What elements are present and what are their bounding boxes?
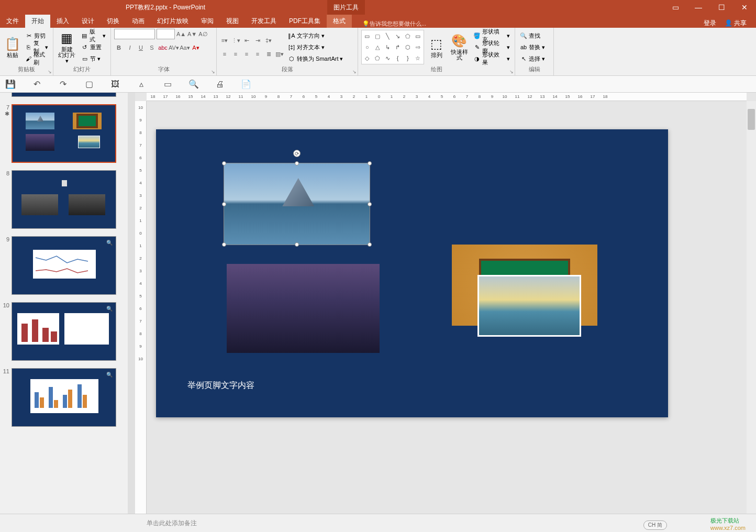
resize-handle[interactable] — [295, 161, 299, 165]
tab-review[interactable]: 审阅 — [195, 15, 220, 28]
line-spacing-button[interactable]: ‡▾ — [264, 35, 273, 46]
shape-icon[interactable]: ⬠ — [403, 31, 413, 41]
shape-icon[interactable]: ↳ — [383, 42, 392, 52]
editor-scrollbar[interactable] — [747, 101, 756, 514]
align-right-button[interactable]: ≡ — [242, 49, 251, 59]
resize-handle[interactable] — [222, 202, 226, 206]
shape-icon[interactable]: ⬡ — [403, 42, 413, 52]
format-painter-button[interactable]: 🖌格式刷 — [24, 53, 50, 64]
bold-button[interactable]: B — [114, 42, 124, 53]
qat-icon[interactable]: ▭ — [162, 79, 173, 90]
layout-button[interactable]: ▤版式 ▾ — [80, 30, 107, 41]
tab-developer[interactable]: 开发工具 — [245, 15, 283, 28]
save-icon[interactable]: 💾 — [5, 79, 16, 90]
strike-button[interactable]: S — [147, 42, 157, 53]
shape-icon[interactable]: ▭ — [413, 31, 423, 41]
decrease-font-icon[interactable]: A▼ — [187, 29, 197, 39]
slide-thumbnail[interactable]: ε=mc² — [12, 93, 116, 97]
image-city[interactable] — [227, 264, 380, 353]
slide-thumbnail[interactable]: 🔍 — [12, 236, 116, 295]
shape-icon[interactable]: ⬠ — [372, 53, 382, 63]
rotation-handle[interactable]: ⟳ — [293, 150, 301, 157]
tell-me-search[interactable]: 💡 告诉我您想要做什么... — [362, 20, 699, 28]
slide-canvas[interactable]: ⟳ 举例页脚文字内容 — [156, 129, 668, 417]
slide-thumbnail-active[interactable] — [12, 104, 116, 163]
thumbnail-scrollbar[interactable] — [128, 93, 135, 514]
share-button[interactable]: 👤 共享 — [720, 19, 751, 28]
close-icon[interactable]: ✕ — [733, 0, 756, 15]
shape-icon[interactable]: ◇ — [362, 53, 372, 63]
section-button[interactable]: ▭节 ▾ — [80, 53, 107, 64]
image-lake[interactable] — [477, 275, 581, 337]
maximize-icon[interactable]: ☐ — [710, 0, 733, 15]
tab-insert[interactable]: 插入 — [50, 15, 75, 28]
tab-view[interactable]: 视图 — [220, 15, 245, 28]
qat-icon[interactable]: 🖼 — [110, 79, 120, 90]
reset-button[interactable]: ↺重置 — [80, 42, 107, 52]
shape-icon[interactable]: ⇨ — [413, 42, 423, 52]
font-dialog-launcher[interactable]: ↘ — [211, 69, 215, 74]
slide-thumbnail[interactable]: 🔍 — [12, 368, 116, 427]
shadow-button[interactable]: abc — [158, 42, 168, 53]
shape-icon[interactable]: ↱ — [393, 42, 402, 52]
align-center-button[interactable]: ≡ — [231, 49, 240, 59]
shape-icon[interactable]: ☆ — [413, 53, 423, 63]
smartart-button[interactable]: ⬡转换为 SmartArt ▾ — [286, 53, 344, 64]
arrange-button[interactable]: ⬚ 排列 — [426, 29, 447, 65]
ribbon-display-icon[interactable]: ▭ — [664, 0, 687, 15]
tab-format[interactable]: 格式 — [327, 15, 352, 28]
resize-handle[interactable] — [222, 242, 226, 247]
justify-button[interactable]: ≡ — [253, 49, 262, 59]
slide-thumbnail-panel[interactable]: ε=mc² 7✱ 8 — [0, 93, 135, 514]
bullets-button[interactable]: ≡▾ — [220, 35, 229, 46]
tab-design[interactable]: 设计 — [75, 15, 101, 28]
shape-icon[interactable]: ↘ — [393, 31, 402, 41]
qat-icon[interactable]: ▢ — [84, 79, 94, 90]
shape-icon[interactable]: { — [393, 53, 402, 63]
columns-button[interactable]: ▥▾ — [275, 49, 284, 59]
qat-icon[interactable]: 📄 — [241, 79, 251, 90]
paragraph-dialog-launcher[interactable]: ↘ — [352, 69, 357, 74]
shape-icon[interactable]: △ — [372, 42, 382, 52]
change-case-button[interactable]: Aa▾ — [180, 42, 190, 53]
numbering-button[interactable]: ⋮▾ — [231, 35, 240, 46]
text-direction-button[interactable]: ‖A文字方向 ▾ — [286, 30, 344, 41]
shape-icon[interactable]: ○ — [362, 42, 372, 52]
tab-file[interactable]: 文件 — [0, 15, 25, 28]
replace-button[interactable]: ab替换 ▾ — [518, 42, 547, 52]
shape-icon[interactable]: } — [403, 53, 413, 63]
select-button[interactable]: ↖选择 ▾ — [518, 53, 547, 64]
paste-button[interactable]: 📋 粘贴 — [3, 29, 21, 65]
tab-pdf[interactable]: PDF工具集 — [283, 15, 327, 28]
shape-gallery[interactable]: ▭▢╲↘⬠▭ ○△↳↱⬡⇨ ◇⬠∿{}☆ — [361, 30, 424, 64]
undo-icon[interactable]: ↶ — [31, 79, 42, 90]
drawing-dialog-launcher[interactable]: ↘ — [509, 69, 514, 74]
char-spacing-button[interactable]: AV▾ — [169, 42, 179, 53]
tab-animations[interactable]: 动画 — [126, 15, 151, 28]
font-name-input[interactable] — [114, 29, 155, 39]
shape-effects-button[interactable]: ◑形状效果 ▾ — [472, 53, 512, 64]
slide-thumbnail[interactable]: 🔍 — [12, 302, 116, 361]
find-button[interactable]: 🔍查找 — [518, 30, 547, 41]
clipboard-dialog-launcher[interactable]: ↘ — [48, 69, 52, 74]
italic-button[interactable]: I — [125, 42, 135, 53]
new-slide-button[interactable]: ▦ 新建幻灯片 ▾ — [57, 29, 77, 65]
resize-handle[interactable] — [295, 242, 299, 247]
minimize-icon[interactable]: — — [687, 0, 710, 15]
ime-indicator[interactable]: CH 简 — [643, 520, 667, 530]
quick-styles-button[interactable]: 🎨 快速样式 — [449, 29, 470, 65]
notes-placeholder[interactable]: 单击此处添加备注 — [147, 519, 197, 528]
shape-icon[interactable]: ∿ — [383, 53, 392, 63]
increase-indent-button[interactable]: ⇥ — [253, 35, 262, 46]
align-text-button[interactable]: [‡]对齐文本 ▾ — [286, 42, 344, 52]
qat-icon[interactable]: ▵ — [136, 79, 147, 90]
resize-handle[interactable] — [368, 161, 372, 165]
tab-transitions[interactable]: 切换 — [101, 15, 126, 28]
distribute-button[interactable]: ≣ — [264, 49, 273, 59]
underline-button[interactable]: U — [136, 42, 146, 53]
tab-home[interactable]: 开始 — [25, 15, 50, 28]
qat-icon[interactable]: 🔍 — [188, 79, 199, 90]
increase-font-icon[interactable]: A▲ — [176, 29, 186, 39]
tab-slideshow[interactable]: 幻灯片放映 — [151, 15, 195, 28]
shape-icon[interactable]: ▢ — [372, 31, 382, 41]
